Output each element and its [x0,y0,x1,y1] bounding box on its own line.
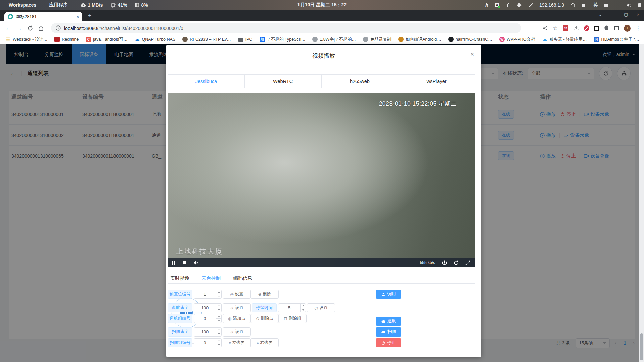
scan-speed-input[interactable] [194,327,222,337]
bing-tray-icon[interactable]: b [485,2,488,8]
forward-button[interactable]: → [16,25,22,32]
spinner-up-icon[interactable] [216,339,221,343]
mute-icon[interactable] [193,261,199,265]
right-bound-button[interactable]: »右边界 [250,338,279,347]
bookmark-item[interactable]: 如何编译Android… [398,37,441,42]
browser-tab[interactable]: 国标28181 × [4,12,82,21]
tab-search-icon[interactable]: ⌄ [598,12,602,17]
preset-set-button[interactable]: ◎设置 [223,290,251,299]
fullscreen-icon[interactable] [465,260,470,265]
stop-icon[interactable] [183,261,186,264]
spinner-down-icon[interactable] [216,308,221,312]
battery-icon[interactable] [638,3,641,8]
bookmark-item[interactable]: ☁服务器 - 轻量应用… [542,37,587,42]
bookmark-item[interactable]: 知了不起的 TypeScri… [260,37,306,42]
dialog-close-icon[interactable]: × [470,51,474,57]
bookmark-item[interactable]: hairrrrr/C-CrashC… [448,37,492,42]
bookmark-item[interactable]: 免登录复制 [363,37,392,42]
share-icon[interactable] [543,25,548,31]
scrollbar-thumb[interactable] [640,333,643,360]
extensions-puzzle-icon[interactable] [604,25,609,31]
spinner-up-icon[interactable] [301,304,306,308]
new-tab-button[interactable]: + [88,13,92,19]
site-info-icon[interactable] [56,25,61,31]
bookmark-star-icon[interactable]: ☆ [553,24,558,32]
player-settings-icon[interactable] [442,260,447,265]
tab-webrtc[interactable]: WebRTC [245,75,322,88]
volume-icon[interactable] [627,3,632,7]
bookmark-item[interactable]: IPC [238,37,252,42]
kettle-icon[interactable] [517,3,522,8]
delete-group-button[interactable]: ⊟删除组 [278,314,307,323]
tab-close-icon[interactable]: × [76,14,79,19]
spinner-up-icon[interactable] [216,304,221,308]
scan-speed-set-button[interactable]: ☼设置 [223,327,251,337]
page-scrollbar[interactable] [639,44,644,362]
home-button[interactable] [38,25,44,31]
bookmark-item[interactable]: ☁QNAP Turbo NAS [134,37,175,42]
home-icon[interactable] [570,3,576,7]
extension-square-icon[interactable] [594,26,599,31]
stay-time-input[interactable] [278,303,306,312]
window-pair-icon[interactable] [604,3,609,7]
profile-avatar[interactable]: l [624,25,631,32]
tab-ptz-control[interactable]: 云台控制 [202,273,221,283]
video-player[interactable]: 2023-01-10 15:22:05 星期二 上地科技大厦 555 kb/s [168,93,475,267]
browser-menu-icon[interactable]: ⋮ [636,25,641,31]
spinner-down-icon[interactable] [216,332,221,336]
spinner-down-icon[interactable] [216,294,221,298]
window-maximize-icon[interactable]: ▢ [624,12,628,17]
bookmark-item[interactable]: NHDAtmos :: 种子 *… [594,37,639,42]
bookmark-item[interactable]: Cjava、android可… [86,37,127,42]
call-preset-button[interactable]: 调用 [376,290,401,299]
workspace-switcher-icon[interactable] [582,3,587,7]
bookmark-item[interactable]: Redmine [54,37,79,42]
tab-encoding-info[interactable]: 编码信息 [233,273,252,283]
url-bar[interactable]: localhost:38080/#/channelList/3402000000… [51,23,521,33]
spinner-down-icon[interactable] [301,308,306,312]
preset-number-input[interactable] [194,290,222,299]
back-button[interactable]: ← [5,25,11,32]
bookmark-item[interactable]: 1.8W字|了不起的… [312,37,356,42]
bookmark-item[interactable]: WWVP-PRO文档 [499,37,535,42]
scan-button[interactable]: 扫描 [376,327,401,337]
tab-jessibuca[interactable]: Jessibuca [168,75,245,88]
left-bound-button[interactable]: «左边界 [223,338,251,347]
window-minimize-icon[interactable]: — [611,12,615,17]
cruise-group-input[interactable] [194,314,222,323]
tab-live-video[interactable]: 实时视频 [170,273,189,283]
input-method-indicator[interactable]: 英 [593,2,598,8]
pen-tray-icon[interactable] [528,3,533,7]
add-point-button[interactable]: ◎添加点 [223,314,251,323]
cruise-speed-set-button[interactable]: ☼设置 [223,303,251,312]
bookmark-item[interactable]: ☰Webstack - 设计… [5,37,47,42]
scan-group-input[interactable] [194,338,222,347]
delete-point-button[interactable]: ⊖删除点 [250,314,279,323]
screenshot-app-icon[interactable]: A [495,3,499,7]
spinner-up-icon[interactable] [216,314,221,319]
bookmark-item[interactable]: RFC2833 – RTP Ev… [182,37,231,42]
spinner-down-icon[interactable] [216,319,221,323]
spinner-down-icon[interactable] [216,343,221,347]
extension-frame-icon[interactable] [614,26,619,30]
spinner-up-icon[interactable] [216,328,221,332]
extension-adblock-icon[interactable] [584,25,589,31]
reload-stream-icon[interactable] [454,260,459,265]
cruise-speed-input[interactable] [194,303,222,312]
extension-downloader-icon[interactable] [573,25,579,31]
pause-icon[interactable] [172,261,175,265]
reload-button[interactable] [28,25,33,31]
extension-js-icon[interactable]: JS [563,25,568,31]
screen-share-icon[interactable] [616,3,620,7]
tab-h265web[interactable]: h265web [322,75,399,88]
ip-address-indicator[interactable]: 192.168.1.3 [539,2,564,8]
ptz-direction-pad[interactable] [171,297,202,328]
tab-wsplayer[interactable]: wsPlayer [398,75,475,88]
window-close-icon[interactable]: × [637,12,639,17]
ptz-stop-button[interactable]: 停止 [376,338,401,347]
stay-time-set-button[interactable]: ◷设置 [307,303,335,312]
cruise-button[interactable]: 巡航 [376,317,401,326]
clipboard-icon[interactable] [506,3,510,7]
preset-delete-button[interactable]: ⊖删除 [250,290,279,299]
spinner-up-icon[interactable] [216,290,221,294]
